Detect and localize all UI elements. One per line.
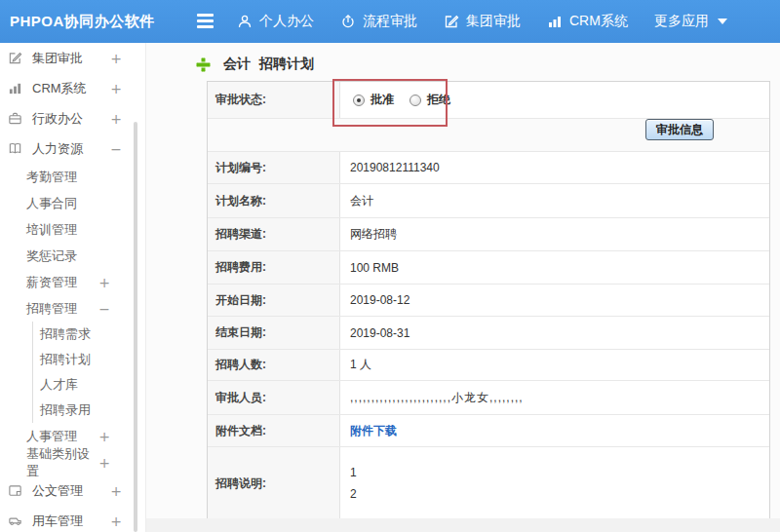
sidebar-item-hr-contract[interactable]: 人事合同 bbox=[0, 190, 145, 216]
sidebar-item-training[interactable]: 培训管理 bbox=[0, 216, 145, 243]
expand-icon[interactable]: + bbox=[98, 455, 110, 471]
nav-label: 更多应用 bbox=[654, 13, 709, 30]
plan-name: 会计 bbox=[223, 56, 251, 73]
sidebar-item-hr[interactable]: 人力资源 − bbox=[0, 133, 145, 164]
expand-icon[interactable]: + bbox=[110, 483, 122, 499]
nav-label: 流程审批 bbox=[363, 13, 417, 30]
sidebar-item-recruit-mgmt[interactable]: 招聘管理 − bbox=[0, 295, 145, 322]
radio-approve[interactable] bbox=[353, 95, 365, 106]
sidebar-label: 招聘需求 bbox=[40, 325, 91, 343]
radio-reject[interactable] bbox=[410, 95, 421, 106]
sidebar-label: 公文管理 bbox=[32, 482, 83, 500]
field-value: 2019-08-31 bbox=[340, 317, 769, 349]
form-row-approvers: 审批人员: ,,,,,,,,,,,,,,,,,,,,,,,,小龙女,,,,,,,… bbox=[208, 381, 769, 415]
expand-icon[interactable]: + bbox=[110, 513, 122, 529]
nav-item-more-apps[interactable]: 更多应用 bbox=[654, 13, 727, 30]
top-navbar: PHPOA协同办公软件 个人办公 流程审批 bbox=[0, 0, 780, 43]
sidebar-item-admin-office[interactable]: 行政办公 + bbox=[0, 103, 145, 133]
sidebar-label: 人事合同 bbox=[26, 195, 77, 212]
sidebar-item-recruit-plan[interactable]: 招聘计划 bbox=[33, 347, 145, 372]
sidebar-item-recruit-hire[interactable]: 招聘录用 bbox=[33, 398, 145, 423]
sidebar-item-talent-pool[interactable]: 人才库 bbox=[33, 372, 145, 398]
sidebar-item-salary[interactable]: 薪资管理 + bbox=[0, 269, 145, 295]
recruit-submenu: 招聘需求 招聘计划 人才库 招聘录用 bbox=[32, 322, 145, 423]
sidebar-item-attendance[interactable]: 考勤管理 bbox=[0, 164, 145, 190]
form-row-headcount: 招聘人数: 1 人 bbox=[208, 350, 769, 381]
approval-radio-group: 批准 拒绝 bbox=[340, 82, 769, 118]
sidebar-label: 薪资管理 bbox=[26, 274, 77, 291]
main-content: 会计 招聘计划 审批状态: 批准 拒绝 审批信息 计划编号: bbox=[146, 43, 780, 532]
sidebar-scrollbar[interactable] bbox=[134, 122, 137, 532]
sidebar-label: 人事管理 bbox=[26, 428, 77, 445]
field-label: 招聘说明: bbox=[208, 447, 340, 519]
nav-item-personal-office[interactable]: 个人办公 bbox=[237, 13, 314, 30]
sidebar-label: 奖惩记录 bbox=[26, 247, 77, 265]
nav-item-workflow-approval[interactable]: 流程审批 bbox=[340, 13, 417, 30]
form-row-start-date: 开始日期: 2019-08-12 bbox=[208, 285, 769, 317]
sidebar-label: 基础类别设置 bbox=[26, 445, 98, 480]
radio-approve-label: 批准 bbox=[370, 92, 394, 108]
nav-item-crm[interactable]: CRM系统 bbox=[547, 13, 628, 30]
sidebar-label: 人才库 bbox=[40, 376, 78, 394]
field-value: 网络招聘 bbox=[340, 218, 769, 250]
field-value: 20190812111340 bbox=[340, 152, 769, 183]
plan-type: 招聘计划 bbox=[259, 56, 314, 73]
form-row-end-date: 结束日期: 2019-08-31 bbox=[208, 317, 769, 350]
sidebar-item-documents[interactable]: 公文管理 + bbox=[0, 475, 145, 506]
form-row-approval-status: 审批状态: 批准 拒绝 bbox=[208, 82, 769, 119]
sidebar-label: 培训管理 bbox=[26, 221, 77, 239]
app-logo: PHPOA协同办公软件 bbox=[10, 0, 155, 43]
form-row-button: 审批信息 bbox=[208, 119, 769, 152]
nav-label: 集团审批 bbox=[466, 13, 521, 30]
edit-icon bbox=[8, 51, 24, 65]
form-row-channel: 招聘渠道: 网络招聘 bbox=[208, 218, 769, 251]
top-nav: 个人办公 流程审批 集团审批 bbox=[237, 0, 754, 43]
expand-icon[interactable]: + bbox=[110, 111, 122, 127]
sidebar-label: CRM系统 bbox=[32, 80, 87, 97]
sidebar: 集团审批 + CRM系统 + 行政办公 + 人 bbox=[0, 43, 146, 532]
field-value: 1 2 bbox=[340, 447, 769, 519]
expand-icon[interactable]: + bbox=[98, 275, 110, 290]
expand-icon[interactable]: + bbox=[110, 81, 122, 96]
field-label: 计划名称: bbox=[208, 184, 340, 217]
form-row-attachment: 附件文档: 附件下载 bbox=[208, 415, 769, 447]
sidebar-item-recruit-demand[interactable]: 招聘需求 bbox=[33, 322, 145, 347]
sidebar-item-rewards[interactable]: 奖惩记录 bbox=[0, 243, 145, 269]
sidebar-item-crm[interactable]: CRM系统 + bbox=[0, 73, 145, 103]
sidebar-label: 招聘管理 bbox=[26, 300, 77, 318]
book-icon bbox=[8, 141, 24, 156]
document-icon bbox=[8, 483, 24, 498]
nav-label: CRM系统 bbox=[569, 13, 628, 30]
approval-info-button[interactable]: 审批信息 bbox=[645, 119, 714, 140]
sidebar-label: 集团审批 bbox=[32, 50, 83, 67]
menu-icon[interactable] bbox=[197, 14, 214, 28]
field-label: 结束日期: bbox=[208, 317, 340, 349]
sidebar-item-group-approval[interactable]: 集团审批 + bbox=[0, 43, 145, 73]
sidebar-item-vehicles[interactable]: 用车管理 + bbox=[0, 506, 145, 532]
attachment-download-link[interactable]: 附件下载 bbox=[350, 423, 397, 439]
sidebar-item-base-category[interactable]: 基础类别设置 + bbox=[0, 449, 145, 475]
form-row-plan-name: 计划名称: 会计 bbox=[208, 184, 769, 218]
field-value: 会计 bbox=[340, 184, 769, 217]
car-icon bbox=[8, 513, 24, 528]
form-row-description: 招聘说明: 1 2 bbox=[208, 447, 769, 519]
nav-item-group-approval[interactable]: 集团审批 bbox=[444, 13, 521, 30]
page-title: 会计 招聘计划 bbox=[195, 56, 314, 73]
field-label: 审批人员: bbox=[208, 381, 340, 414]
sidebar-label: 招聘录用 bbox=[40, 401, 91, 419]
sidebar-label: 招聘计划 bbox=[40, 351, 91, 368]
sidebar-label: 考勤管理 bbox=[26, 169, 77, 186]
expand-icon[interactable]: + bbox=[98, 429, 110, 444]
field-value: 1 人 bbox=[340, 350, 769, 380]
field-label: 计划编号: bbox=[208, 152, 340, 183]
content-footer-strip bbox=[146, 518, 780, 532]
bar-chart-icon bbox=[8, 81, 24, 95]
bar-chart-icon bbox=[547, 14, 563, 29]
field-label: 招聘人数: bbox=[208, 350, 340, 380]
briefcase-icon bbox=[8, 111, 24, 126]
sidebar-label: 行政办公 bbox=[32, 110, 83, 128]
user-icon bbox=[237, 14, 253, 29]
collapse-icon[interactable]: − bbox=[110, 141, 122, 157]
collapse-icon[interactable]: − bbox=[98, 301, 110, 317]
expand-icon[interactable]: + bbox=[110, 51, 122, 66]
